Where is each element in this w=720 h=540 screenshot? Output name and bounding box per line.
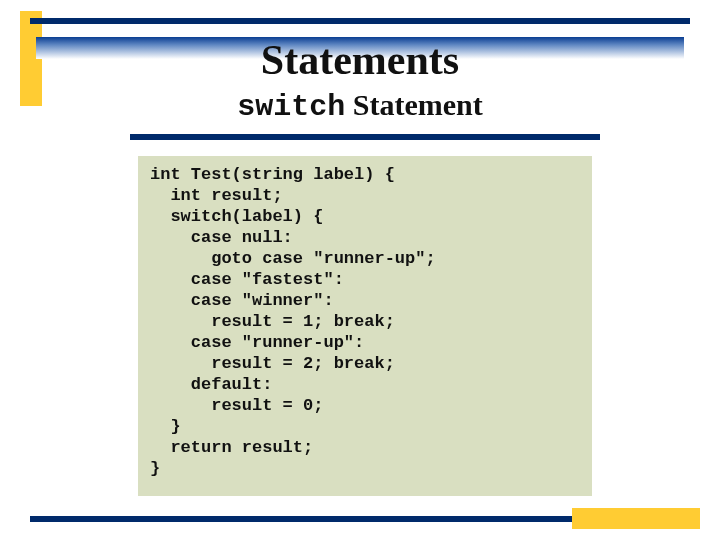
code-content: int Test(string label) { int result; swi… [150,164,580,479]
subtitle-keyword: switch [237,90,345,124]
top-rule [30,18,690,24]
slide-title: Statements [0,36,720,84]
subtitle-rest: Statement [345,88,482,121]
slide: Statements switch Statement int Test(str… [0,0,720,540]
code-box: int Test(string label) { int result; swi… [138,156,592,496]
slide-subtitle: switch Statement [0,88,720,124]
accent-bottom-right [572,508,700,529]
subtitle-rule [130,134,600,140]
